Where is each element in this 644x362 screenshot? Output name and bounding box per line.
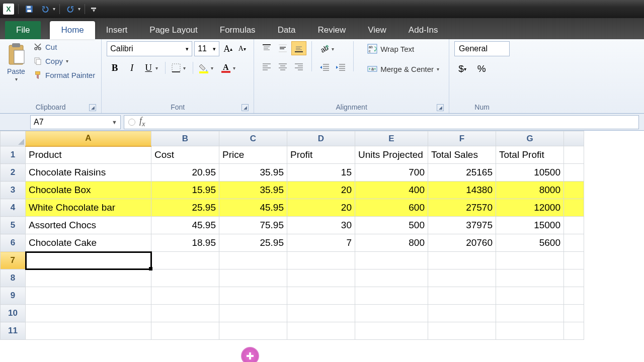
cell-G1[interactable]: Total Profit: [496, 146, 564, 164]
cell-G8[interactable]: [496, 269, 564, 287]
cell-E5[interactable]: 500: [355, 217, 428, 234]
redo-dropdown[interactable]: ▾: [78, 8, 80, 11]
cell-E1[interactable]: Units Projected: [355, 146, 428, 164]
column-header-A[interactable]: A: [26, 131, 151, 146]
cell-C2[interactable]: 35.95: [219, 164, 287, 182]
cell-H4[interactable]: [564, 199, 584, 217]
save-button[interactable]: [23, 3, 36, 15]
cell-F4[interactable]: 27570: [428, 199, 496, 217]
tab-insert[interactable]: Insert: [95, 21, 139, 39]
align-bottom-button[interactable]: [291, 41, 306, 55]
cell-D6[interactable]: 7: [287, 234, 355, 252]
cell-C9[interactable]: [219, 287, 287, 305]
cell-D2[interactable]: 15: [287, 164, 355, 182]
cell-F8[interactable]: [428, 269, 496, 287]
font-launcher[interactable]: ◢: [242, 104, 249, 111]
cell-A10[interactable]: [26, 305, 151, 322]
cell-C1[interactable]: Price: [219, 146, 287, 164]
cell-C3[interactable]: 35.95: [219, 182, 287, 199]
cell-A1[interactable]: Product: [26, 146, 151, 164]
tab-home[interactable]: Home: [50, 21, 95, 39]
row-header-1[interactable]: 1: [1, 146, 26, 164]
cell-G2[interactable]: 10500: [496, 164, 564, 182]
cell-A6[interactable]: Chocolate Cake: [26, 234, 151, 252]
cell-E8[interactable]: [355, 269, 428, 287]
align-middle-button[interactable]: [275, 41, 290, 55]
cell-A3[interactable]: Chocolate Box: [26, 182, 151, 199]
cell-C10[interactable]: [219, 305, 287, 322]
cell-G4[interactable]: 12000: [496, 199, 564, 217]
orientation-button[interactable]: ab▾: [317, 41, 338, 56]
cell-F10[interactable]: [428, 305, 496, 322]
qat-customize[interactable]: ▬▾: [91, 6, 96, 12]
clipboard-launcher[interactable]: ◢: [89, 104, 96, 111]
undo-button[interactable]: [39, 3, 52, 15]
grow-font-button[interactable]: A▴: [221, 42, 234, 56]
percent-button[interactable]: %: [473, 61, 490, 76]
cell-B9[interactable]: [151, 287, 219, 305]
cell-E9[interactable]: [355, 287, 428, 305]
fill-color-button[interactable]: ▾: [196, 60, 217, 75]
cell-B5[interactable]: 45.95: [151, 217, 219, 234]
cell-D1[interactable]: Profit: [287, 146, 355, 164]
cell-F5[interactable]: 37975: [428, 217, 496, 234]
cell-D10[interactable]: [287, 305, 355, 322]
cell-G7[interactable]: [496, 252, 564, 269]
cell-B7[interactable]: [151, 252, 219, 269]
cell-E7[interactable]: [355, 252, 428, 269]
row-header-7[interactable]: 7: [1, 252, 26, 269]
cell-A2[interactable]: Chocolate Raisins: [26, 164, 151, 182]
cell-H5[interactable]: [564, 217, 584, 234]
cell-F2[interactable]: 25165: [428, 164, 496, 182]
cell-H9[interactable]: [564, 287, 584, 305]
underline-button[interactable]: U▾: [141, 60, 162, 75]
tab-formulas[interactable]: Formulas: [209, 21, 267, 39]
shrink-font-button[interactable]: A▾: [235, 42, 249, 56]
cell-C7[interactable]: [219, 252, 287, 269]
cell-E6[interactable]: 800: [355, 234, 428, 252]
increase-indent-button[interactable]: [333, 60, 348, 74]
row-header-9[interactable]: 9: [1, 287, 26, 305]
row-header-11[interactable]: 11: [1, 322, 26, 340]
cell-B6[interactable]: 18.95: [151, 234, 219, 252]
cell-F1[interactable]: Total Sales: [428, 146, 496, 164]
decrease-indent-button[interactable]: [317, 60, 332, 74]
redo-button[interactable]: [64, 3, 77, 15]
cell-F9[interactable]: [428, 287, 496, 305]
row-header-4[interactable]: 4: [1, 199, 26, 217]
cell-H8[interactable]: [564, 269, 584, 287]
copy-button[interactable]: Copy ▾: [32, 55, 96, 66]
cell-F3[interactable]: 14380: [428, 182, 496, 199]
wrap-text-button[interactable]: abc Wrap Text: [363, 41, 444, 56]
cell-C6[interactable]: 25.95: [219, 234, 287, 252]
cell-C11[interactable]: [219, 322, 287, 340]
column-header-G[interactable]: G: [496, 131, 564, 146]
row-header-5[interactable]: 5: [1, 217, 26, 234]
undo-dropdown[interactable]: ▾: [53, 8, 55, 11]
cell-D9[interactable]: [287, 287, 355, 305]
cell-B10[interactable]: [151, 305, 219, 322]
cell-A8[interactable]: [26, 269, 151, 287]
paste-button[interactable]: Paste ▾: [5, 41, 27, 83]
cell-C5[interactable]: 75.95: [219, 217, 287, 234]
column-header-B[interactable]: B: [151, 131, 219, 146]
column-header-C[interactable]: C: [219, 131, 287, 146]
tab-review[interactable]: Review: [307, 21, 357, 39]
cut-button[interactable]: Cut: [32, 41, 96, 52]
fx-icon[interactable]: fx: [139, 116, 145, 128]
cell-E11[interactable]: [355, 322, 428, 340]
font-size-select[interactable]: 11▾: [194, 41, 219, 56]
cell-B1[interactable]: Cost: [151, 146, 219, 164]
cell-E2[interactable]: 700: [355, 164, 428, 182]
cell-A4[interactable]: White Chocolate bar: [26, 199, 151, 217]
cell-D7[interactable]: [287, 252, 355, 269]
cell-E10[interactable]: [355, 305, 428, 322]
cell-G5[interactable]: 15000: [496, 217, 564, 234]
font-name-select[interactable]: Calibri▾: [107, 41, 192, 56]
column-header-E[interactable]: E: [355, 131, 428, 146]
cell-C4[interactable]: 45.95: [219, 199, 287, 217]
format-painter-button[interactable]: Format Painter: [32, 69, 96, 80]
row-header-6[interactable]: 6: [1, 234, 26, 252]
alignment-launcher[interactable]: ◢: [437, 104, 444, 111]
cell-D4[interactable]: 20: [287, 199, 355, 217]
